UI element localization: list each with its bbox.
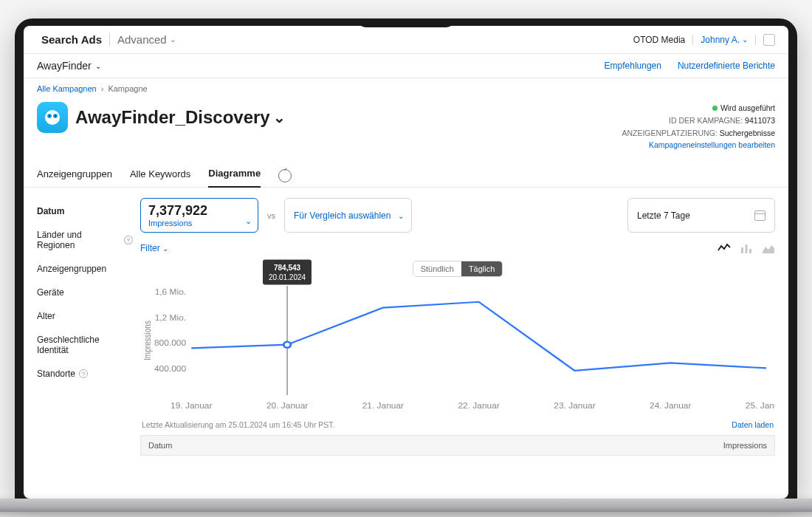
primary-metric-dropdown[interactable]: 7,377,922 Impressions ⌄ [140, 198, 258, 233]
info-icon[interactable]: ? [79, 369, 88, 378]
svg-rect-5 [741, 247, 743, 253]
topbar: Search Ads Advanced⌄ OTOD Media Johnny A… [24, 26, 788, 54]
chevron-down-icon: ⌄ [742, 35, 748, 44]
content-area: 7,377,922 Impressions ⌄ vs Für Vergleich… [133, 188, 788, 499]
svg-rect-7 [749, 249, 751, 253]
breadcrumb: Alle Kampagnen › Kampagne [24, 78, 788, 99]
table-header: Datum Impressions [140, 435, 775, 456]
sidebar-item-adgroups[interactable]: Anzeigengruppen [37, 257, 133, 281]
table-col-date: Datum [148, 441, 172, 450]
chart-tooltip: 784,543 20.01.2024 [263, 260, 312, 285]
app-icon [37, 102, 68, 133]
sidebar-item-countries[interactable]: Länder und Regionen? [37, 223, 133, 257]
line-chart-icon[interactable] [718, 243, 731, 253]
calendar-icon [754, 210, 765, 221]
svg-text:800.000: 800.000 [154, 339, 186, 347]
svg-text:21. Januar: 21. Januar [362, 402, 405, 410]
chart-type-switcher [718, 243, 775, 253]
status-dot-icon [712, 106, 718, 111]
sidebar-item-date[interactable]: Datum [37, 199, 133, 223]
notifications-icon[interactable] [763, 34, 775, 46]
custom-reports-link[interactable]: Nutzerdefinierte Berichte [678, 61, 775, 71]
metric-label: Impressions [148, 219, 237, 227]
chevron-down-icon: ⌄ [398, 211, 404, 219]
metric-value: 7,377,922 [148, 203, 237, 219]
recommendations-link[interactable]: Empfehlungen [605, 61, 661, 71]
bar-chart-icon[interactable] [740, 243, 753, 253]
date-range-picker[interactable]: Letzte 7 Tage [627, 198, 775, 233]
campaign-header: AwayFinder_Discovery⌄ Wird ausgeführt ID… [24, 99, 788, 160]
campaign-status: Wird ausgeführt [720, 103, 775, 112]
svg-point-3 [49, 115, 50, 117]
sidebar-item-locations[interactable]: Standorte? [37, 362, 133, 386]
brand-tier-dropdown[interactable]: Advanced⌄ [109, 33, 176, 46]
svg-text:1,6 Mio.: 1,6 Mio. [155, 288, 186, 296]
breadcrumb-separator: › [101, 84, 104, 93]
breadcrumb-all-campaigns[interactable]: Alle Kampagnen [37, 84, 97, 93]
sidebar-item-devices[interactable]: Geräte [37, 281, 133, 304]
breadcrumb-current: Kampagne [108, 84, 147, 93]
svg-point-4 [55, 115, 56, 117]
app-dropdown[interactable]: AwayFinder⌄ [37, 60, 101, 72]
chevron-down-icon: ⌄ [170, 35, 176, 44]
brand-block: Search Ads Advanced⌄ [37, 33, 176, 46]
chevron-down-icon: ⌄ [273, 109, 286, 126]
campaign-title-dropdown[interactable]: AwayFinder_Discovery⌄ [75, 107, 286, 128]
info-icon[interactable]: ? [124, 236, 133, 244]
granularity-toggle: Stündlich Täglich [413, 261, 503, 277]
svg-rect-6 [746, 244, 748, 253]
granularity-daily[interactable]: Täglich [461, 261, 502, 276]
svg-text:23. Januar: 23. Januar [554, 402, 596, 410]
filter-dropdown[interactable]: Filter⌄ [140, 243, 168, 253]
last-updated-text: Letzte Aktualisierung am 25.01.2024 um 1… [142, 420, 335, 429]
dimension-sidebar: Datum Länder und Regionen? Anzeigengrupp… [24, 188, 133, 499]
edit-campaign-link[interactable]: Kampagneneinstellungen bearbeiten [622, 139, 775, 151]
chevron-down-icon: ⌄ [162, 244, 168, 253]
footer-update-row: Letzte Aktualisierung am 25.01.2024 um 1… [140, 413, 775, 435]
org-name: OTOD Media [633, 35, 685, 45]
vs-label: vs [267, 211, 275, 220]
compare-metric-dropdown[interactable]: Für Vergleich auswählen ⌄ [284, 198, 412, 233]
filter-row: Filter⌄ [140, 243, 775, 253]
placement-label: ANZEIGENPLATZIERUNG: [622, 129, 717, 137]
tab-adgroups[interactable]: Anzeigengruppen [37, 161, 112, 187]
table-col-impressions: Impressions [723, 441, 767, 450]
svg-text:400.000: 400.000 [154, 365, 186, 373]
area-chart-icon[interactable] [762, 243, 775, 253]
svg-point-0 [45, 110, 60, 125]
subbar: AwayFinder⌄ Empfehlungen Nutzerdefiniert… [24, 54, 788, 78]
svg-point-21 [283, 342, 291, 348]
chevron-down-icon: ⌄ [95, 62, 101, 70]
load-data-link[interactable]: Daten laden [732, 420, 774, 429]
svg-text:19. Januar: 19. Januar [171, 402, 213, 410]
separator [755, 35, 756, 45]
placement-value: Suchergebnisse [720, 129, 775, 137]
tab-keywords[interactable]: Alle Keywords [130, 161, 190, 187]
tooltip-date: 20.01.2024 [269, 273, 306, 282]
separator [692, 35, 693, 45]
metric-row: 7,377,922 Impressions ⌄ vs Für Vergleich… [140, 198, 775, 233]
date-range-label: Letzte 7 Tage [637, 210, 690, 221]
sidebar-item-age[interactable]: Alter [37, 304, 133, 328]
tooltip-value: 784,543 [269, 263, 306, 273]
svg-text:20. Januar: 20. Januar [266, 402, 309, 410]
chevron-down-icon: ⌄ [245, 216, 252, 226]
granularity-hourly[interactable]: Stündlich [413, 261, 461, 276]
impressions-chart[interactable]: 400.000800.0001,2 Mio.1,6 Mio.Impression… [140, 280, 775, 413]
campaign-tabs: Anzeigengruppen Alle Keywords Diagramme [24, 160, 788, 188]
campaign-id-label: ID DER KAMPAGNE: [669, 116, 743, 125]
svg-text:1,2 Mio.: 1,2 Mio. [155, 314, 186, 322]
user-menu[interactable]: Johnny A.⌄ [701, 35, 748, 45]
brand-product: Search Ads [41, 33, 102, 46]
history-icon[interactable] [278, 169, 292, 182]
svg-text:22. Januar: 22. Januar [458, 402, 500, 410]
campaign-meta: Wird ausgeführt ID DER KAMPAGNE: 9411073… [622, 102, 775, 151]
svg-text:25. Januar: 25. Januar [746, 402, 775, 410]
sidebar-item-gender[interactable]: Geschlechtliche Identität [37, 328, 133, 362]
svg-text:Impressions: Impressions [142, 321, 152, 360]
campaign-id-value: 9411073 [745, 116, 775, 125]
svg-text:24. Januar: 24. Januar [650, 402, 692, 410]
tab-charts[interactable]: Diagramme [208, 160, 261, 188]
